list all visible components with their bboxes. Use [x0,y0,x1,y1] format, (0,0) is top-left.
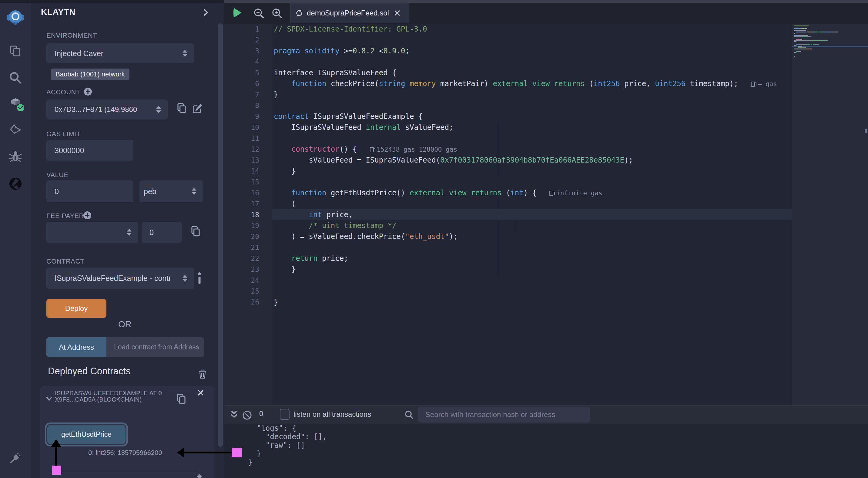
line-number: 20 [224,231,259,242]
code-line: contract ISupraSValueFeedExample { [274,111,423,122]
code-line: // SPDX-License-Identifier: GPL-3.0 [274,24,427,35]
klaytn-network-icon[interactable] [9,177,22,190]
terminal-search-icon [404,410,413,420]
contract-title-line1: ISUPRASVALUEFEEDEXAMPLE AT 0 [55,390,170,396]
copy-fee-payer-icon[interactable] [191,225,200,238]
line-number: 21 [224,242,259,253]
terminal-search-input[interactable]: Search with transaction hash or address [418,407,590,422]
line-number: 15 [224,177,259,187]
line-number: 3 [224,46,259,56]
annotation-arrowhead-up [51,439,62,447]
contract-select[interactable]: ISupraSValueFeedExample - contr [46,268,194,289]
contract-title-line2: X9F8...CAD5A (BLOCKCHAIN) [55,396,170,403]
code-line: ISupraSValueFeed internal sValueFeed; [274,122,453,133]
line-number: 18 [224,209,259,220]
terminal-collapse-chevrons-icon[interactable] [229,410,239,420]
value-unit: peb [144,187,156,196]
panel-collapse-chevron-icon[interactable] [203,8,209,17]
environment-select[interactable]: Injected Caver [46,43,194,63]
fee-payer-select[interactable] [46,222,138,243]
add-account-icon[interactable] [84,87,92,96]
code-line: return price; [274,253,348,264]
code-line: constructor() {152438 gas 128000 gas [274,144,457,155]
remove-contract-close-icon[interactable] [197,389,204,396]
line-number: 13 [224,155,259,166]
indent-guide [498,122,498,177]
scroll-dot [197,474,202,478]
copy-contract-address-icon[interactable] [177,393,186,405]
line-number: 11 [224,133,259,144]
code-line: pragma solidity >=0.8.2 <0.9.0; [274,46,410,56]
line-number: 2 [224,35,259,46]
editor-scrollbar-thumb[interactable] [865,128,867,133]
deployed-contract-title[interactable]: ISUPRASVALUEFEEDEXAMPLE AT 0 X9F8...CAD5… [55,390,170,403]
annotation-arrow-vertical-line [55,446,57,466]
add-fee-payer-icon[interactable] [83,211,92,219]
search-icon[interactable] [9,71,22,84]
code-line: } [274,264,296,275]
deploy-button[interactable]: Deploy [46,299,106,318]
sidebar-scrollbar[interactable] [218,23,223,447]
remix-ide-window: KLAYTN ENVIRONMENT Injected Caver Baobab… [0,0,868,478]
listen-transactions-checkbox[interactable] [280,409,289,420]
deploy-run-icon[interactable] [8,96,23,111]
contract-info-icon[interactable] [197,271,202,285]
code-line: /* uint timestamp */ [274,220,397,231]
clear-console-ban-icon[interactable] [242,410,252,420]
deployed-contract-card: ISUPRASVALUEFEEDEXAMPLE AT 0 X9F8...CAD5… [40,386,214,478]
call-result-value: 0: int256: 185795966200 [88,449,162,457]
value-unit-select[interactable]: peb [140,180,203,202]
edit-account-icon[interactable] [192,103,202,114]
select-arrows-icon [127,229,131,236]
line-number: 16 [224,187,259,198]
line-number: 25 [224,286,259,297]
value-input[interactable]: 0 [46,180,133,202]
gas-pump-icon [370,147,374,152]
annotation-arrow-horizontal-line [184,452,232,453]
select-arrows-icon [183,50,187,57]
clear-deployed-trash-icon[interactable] [198,369,207,379]
code-line: ) = sValueFeed.checkPrice("eth_usdt"); [274,231,458,242]
terminal-toolbar: 0 listen on all transactions Search with… [224,405,868,424]
terminal-output[interactable]: "logs": { "decoded": [], "raw": [] } } [248,424,327,467]
annotation-marker-square [232,448,242,457]
gas-pump-icon [549,191,553,196]
expand-contract-chevron-icon[interactable] [45,395,53,402]
debugger-icon[interactable] [9,150,22,163]
code-line: } [274,297,278,307]
copy-account-icon[interactable] [177,102,186,115]
file-explorer-icon[interactable] [9,44,22,58]
code-line: function checkPrice(string memory market… [274,78,777,89]
gas-pump-icon [751,82,755,87]
select-arrows-icon [156,106,161,113]
account-select[interactable]: 0x7D3...7F871 (149.9860 [46,99,168,119]
line-number: 17 [224,198,259,209]
at-address-button[interactable]: At Address [46,337,106,357]
line-number: 24 [224,275,259,286]
fee-payer-label: FEE PAYER [46,212,84,220]
environment-value: Injected Caver [55,49,103,58]
line-number: 14 [224,166,259,177]
editor-code[interactable]: 1// SPDX-License-Identifier: GPL-3.023pr… [224,0,792,405]
solidity-compiler-icon[interactable] [9,124,22,137]
gas-limit-input[interactable]: 3000000 [46,140,133,161]
terminal-panel: 0 listen on all transactions Search with… [224,405,868,478]
line-number: 10 [224,122,259,133]
account-label: ACCOUNT [46,88,80,96]
fee-payer-amount-input[interactable]: 0 [142,222,182,243]
plugin-manager-plug-icon[interactable] [9,451,22,465]
deployed-contracts-title: Deployed Contracts [48,366,130,377]
at-address-input[interactable]: Load contract from Address [106,337,204,357]
listen-transactions-label: listen on all transactions [293,410,371,419]
code-line: sValueFeed = ISupraSValueFeed(0x7f003178… [274,155,633,166]
contract-value: ISupraSValueFeedExample - contr [55,274,171,283]
code-line: function getEthUsdtPrice() external view… [274,187,602,198]
contract-label: CONTRACT [46,258,84,265]
line-number: 19 [224,220,259,231]
line-number: 23 [224,264,259,275]
editor-minimap[interactable] [792,24,868,405]
klaytn-plugin-logo-icon[interactable] [7,9,24,26]
gas-annotation: 152438 gas 128000 gas [370,146,458,153]
minimap-lines [792,24,868,405]
icon-rail [0,0,31,478]
